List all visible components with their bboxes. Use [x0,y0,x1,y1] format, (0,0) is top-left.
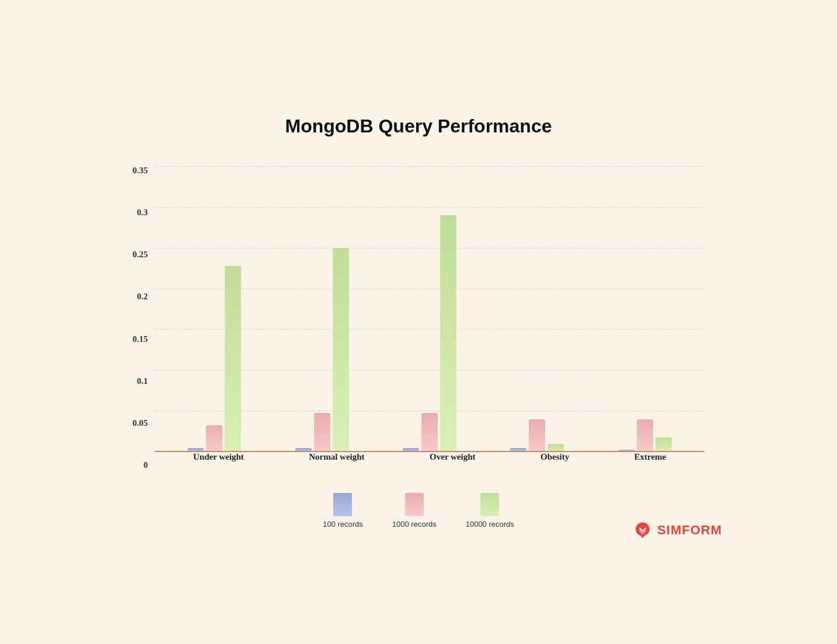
bar-1000 [421,413,438,452]
legend-bar-100 [333,493,352,516]
bar-10000 [440,215,456,452]
y-axis-label: 0.1 [137,377,148,386]
x-axis-label: Under weight [193,452,244,462]
legend-item-100: 100 records [323,493,363,528]
legend-bar-1000 [405,493,424,516]
simform-logo: SIMFORM [633,520,722,540]
legend-label-100: 100 records [323,520,363,528]
bars [618,419,672,452]
bars [403,215,456,452]
y-axis-label: 0.15 [132,335,148,344]
chart-container: MongoDB Query Performance 0.350.30.250.2… [97,92,740,552]
bar-1000 [529,419,545,452]
bars [295,248,349,452]
x-axis-label: Over weight [430,452,475,462]
bar-group [187,266,241,452]
y-axis-label: 0 [144,461,148,470]
x-axis-label: Normal weight [309,452,364,462]
y-axis-label: 0.2 [137,292,148,301]
bar-group [403,215,456,452]
bar-10000 [655,438,672,452]
bar-1000 [314,413,330,452]
y-axis-label: 0.05 [132,419,148,428]
bars [187,266,241,452]
legend: 100 records 1000 records 10000 records [132,493,705,528]
chart-area: 0.350.30.250.20.150.10.050 Under weightN… [132,166,705,470]
bar-group [295,248,349,452]
legend-item-1000: 1000 records [392,493,437,528]
simform-text: SIMFORM [657,523,722,538]
legend-label-10000: 10000 records [466,520,514,528]
x-axis-label: Extreme [634,452,667,462]
y-axis-label: 0.3 [137,208,148,217]
bar-10000 [333,248,349,452]
chart-title: MongoDB Query Performance [132,116,705,137]
chart-plot: Under weightNormal weightOver weightObes… [155,166,705,470]
bars-row [155,166,705,452]
bar-10000 [225,266,241,452]
simform-icon [633,520,653,540]
bar-1000 [637,419,653,452]
y-axis: 0.350.30.250.20.150.10.050 [132,166,155,470]
y-axis-label: 0.25 [132,250,148,259]
bar-group [510,419,564,452]
bar-1000 [206,425,222,452]
legend-label-1000: 1000 records [392,520,437,528]
bars [510,419,564,452]
y-axis-label: 0.35 [132,166,148,175]
legend-bar-10000 [480,493,499,516]
x-axis-label: Obesity [540,452,569,462]
legend-item-10000: 10000 records [466,493,514,528]
bar-group [618,419,672,452]
x-axis: Under weightNormal weightOver weightObes… [155,452,705,470]
